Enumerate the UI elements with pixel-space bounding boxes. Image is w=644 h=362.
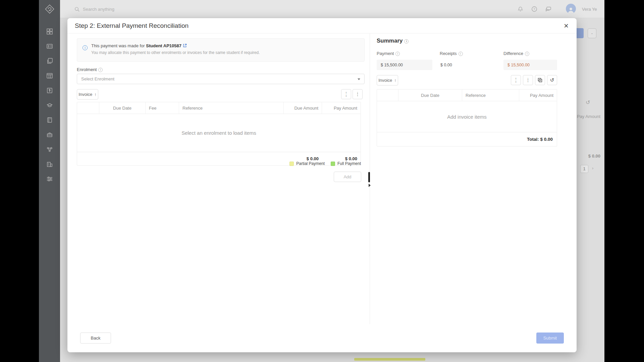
column-select [77,102,99,114]
summary-table-header-row: Due Date Reference Pay Amount [377,89,557,101]
full-payment-swatch [331,162,335,166]
payment-label: Paymenti [377,51,400,56]
info-icon: i [404,39,409,44]
column-fee[interactable]: Fee [146,102,179,114]
close-icon[interactable]: × [561,21,571,31]
column-pay-amount[interactable]: Pay Amount [322,102,361,114]
submit-button[interactable]: Submit [536,333,564,344]
table-header-row: Due Date Fee Reference Due Amount Pay Am… [77,102,361,114]
banner-line1: This payment was made for Student AP1058… [91,43,260,49]
info-icon: i [83,45,88,50]
summary-expand-all-button[interactable]: ↑↓ [511,75,521,85]
back-button[interactable]: Back [80,333,111,344]
student-link[interactable]: Student AP10587 [146,43,181,48]
external-link-icon[interactable] [183,44,187,49]
payment-reconciliation-modal: Step 2: External Payment Reconciliation … [67,18,577,352]
summary-title: Summaryi [377,38,409,44]
partial-payment-swatch [289,162,294,166]
column-due-date[interactable]: Due Date [99,102,146,114]
enrolment-select-placeholder: Select Enrolment [81,76,114,81]
pane-resize-handle[interactable] [368,172,370,182]
column-reference[interactable]: Reference [462,89,519,101]
enrolment-select[interactable]: Select Enrolment [77,74,365,84]
modal-title: Step 2: External Payment Reconciliation [75,18,189,34]
info-icon: i [395,52,400,56]
pane-collapse-arrow-icon[interactable] [369,184,371,187]
student-info-banner: i This payment was made for Student AP10… [77,38,365,62]
copy-icon[interactable] [535,75,545,85]
collapse-all-button[interactable]: ↓↑ [353,89,363,99]
empty-state-text: Select an enrolment to load items [77,114,361,152]
total-due-amount: $ 0.00 [284,156,322,161]
info-icon: i [525,52,529,56]
enrolment-items-table: Due Date Fee Reference Due Amount Pay Am… [77,102,361,166]
modal-header: Step 2: External Payment Reconciliation … [67,18,577,34]
payment-value: $ 15,500.00 [377,60,432,70]
total-pay-amount: $ 0.00 [322,156,361,161]
summary-empty-state-text: Add invoice items [377,101,557,132]
summary-collapse-all-button[interactable]: ↓↑ [523,75,533,85]
receipts-label: Receiptsi [440,51,463,56]
column-due-date[interactable]: Due Date [398,89,462,101]
info-icon: i [98,68,103,72]
reset-icon[interactable]: ↺ [547,75,557,85]
difference-value: $ 15,500.00 [503,60,557,70]
column-pay-amount[interactable]: Pay Amount [519,89,557,101]
difference-label: Differencei [503,51,529,56]
payment-legend: Partial Payment Full Payment [77,161,361,166]
column-reference[interactable]: Reference [179,102,284,114]
chevron-down-icon [358,78,360,80]
banner-line2: You may allocate this payment to other e… [91,50,260,55]
column-select [377,89,398,101]
receipts-value: $ 0.00 [440,60,453,70]
expand-all-button[interactable]: ↑↓ [341,89,351,99]
column-due-amount[interactable]: Due Amount [284,102,322,114]
invoice-sort-button[interactable]: Invoice↑ [77,89,98,100]
sort-ascending-icon: ↑ [94,92,97,97]
enrolment-label: Enrolmenti [77,67,103,72]
legend-full-payment: Full Payment [331,161,361,166]
info-icon: i [459,52,463,56]
summary-table: Due Date Reference Pay Amount Add invoic… [377,89,557,146]
summary-invoice-sort-button[interactable]: Invoice↑ [377,75,398,85]
sort-ascending-icon: ↑ [394,78,396,83]
summary-total: Total: $ 0.00 [377,132,557,146]
add-button[interactable]: Add [334,172,361,182]
legend-partial-payment: Partial Payment [289,161,325,166]
